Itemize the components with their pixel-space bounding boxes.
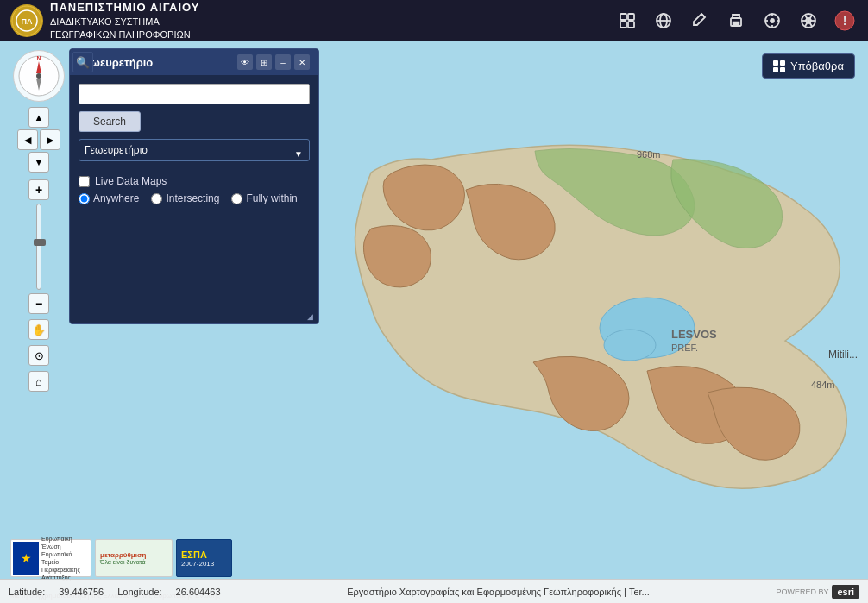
geocoder-panel: Γεωευρετήριο 👁 ⊞ – ✕ Search Γεωευρετήριο… [69,48,319,324]
geocoder-body: Search Γεωευρετήριο Live Data Maps Anywh… [70,75,318,323]
fully-within-label: Fully within [246,192,297,204]
esri-badge: esri [832,585,859,599]
grid-cell-3 [773,67,778,72]
basemap-button[interactable]: Υπόβαθρα [762,53,855,79]
grid-cell-4 [780,67,785,72]
radio-anywhere: Anywhere [79,192,139,204]
svg-point-2 [604,330,656,361]
nav-left-btn[interactable]: ◀ [17,129,38,150]
svg-text:484m: 484m [811,380,835,390]
zoom-in-btn[interactable]: + [28,179,49,200]
grid-cell-2 [780,60,785,66]
svg-text:N: N [36,55,41,61]
svg-point-40 [36,73,41,79]
geocoder-search-input[interactable] [79,84,310,104]
geocoder-category-dropdown[interactable]: Γεωευρετήριο [79,139,310,161]
geocoder-close-btn[interactable]: ✕ [294,54,310,70]
header-logo: ΠΑ ΠΑΝΕΠΙΣΤΗΜΙΟ ΑΙΓΑΙΟΥ ΔΙΑΔΙΚΤΥΑΚΟ ΣΥΣΤ… [10,0,199,41]
svg-rect-17 [628,22,634,28]
settings-tool-btn[interactable] [796,8,821,34]
intersecting-label: Intersecting [166,192,219,204]
home-tool-btn[interactable]: ⌂ [28,371,49,392]
latitude-value: 39.446756 [59,587,104,597]
fully-within-radio[interactable] [231,193,242,204]
zoom-slider-container: + − [28,179,49,314]
grid-cell-1 [773,60,778,66]
longitude-label: Longitude: [117,587,161,597]
geocoder-radio-row: Anywhere Intersecting Fully within [79,192,310,204]
geocoder-minimize-btn[interactable]: – [275,54,291,70]
coords-display: Latitude: 39.446756 Longitude: 26.604463 [9,587,221,597]
select-tool-btn[interactable]: ⊙ [28,345,49,366]
bottom-logos: ★ Ευρωπαϊκή ΈνωσηΕυρωπαϊκό ΤαμείοΠεριφερ… [10,539,232,577]
geocoder-search-button[interactable]: Search [79,111,141,132]
geocoder-checkboxes: Live Data Maps [79,175,310,187]
header: ΠΑ ΠΑΝΕΠΙΣΤΗΜΙΟ ΑΙΓΑΙΟΥ ΔΙΑΔΙΚΤΥΑΚΟ ΣΥΣΤ… [0,0,868,41]
svg-point-29 [771,19,774,22]
esri-powered-label: POWERED BY [776,587,828,596]
attribution-center: Εργαστήριο Χαρτογραφίας και Εφαρμοσμένης… [221,587,777,597]
zoom-out-btn[interactable]: − [28,293,49,314]
metapt-logo: μεταρρύθμιση Όλα είναι δυνατά [95,539,173,577]
info-tool-btn[interactable]: ! [832,8,858,34]
university-subtitle2: ΓΕΩΓΡΑΦΙΚΩΝ ΠΛΗΡΟΦΟΡΙΩΝ [50,28,199,41]
radio-fully-within: Fully within [231,192,297,204]
svg-text:LESVOS: LESVOS [671,328,717,341]
edit-tool-btn[interactable] [687,8,713,34]
live-data-maps-row: Live Data Maps [79,175,310,187]
layers-tool-btn[interactable] [614,8,640,34]
metapt-subtext: Όλα είναι δυνατά [100,559,167,565]
geocoder-header-icons: 👁 ⊞ – ✕ [237,54,310,70]
geocoder-header[interactable]: Γεωευρετήριο 👁 ⊞ – ✕ [70,49,318,75]
pan-tool-btn[interactable]: ✋ [28,319,49,340]
svg-text:!: ! [843,14,847,28]
svg-text:ΠΑ: ΠΑ [22,17,33,26]
header-tools: ! [614,8,858,34]
svg-text:968m: 968m [637,149,661,160]
live-data-maps-checkbox[interactable] [79,176,90,187]
university-subtitle1: ΔΙΑΔΙΚΤΥΑΚΟ ΣΥΣΤΗΜΑ [50,16,199,28]
header-title: ΠΑΝΕΠΙΣΤΗΜΙΟ ΑΙΓΑΙΟΥ ΔΙΑΔΙΚΤΥΑΚΟ ΣΥΣΤΗΜΑ… [50,0,199,41]
university-logo: ΠΑ [10,4,43,37]
zoom-slider-track[interactable] [36,204,41,290]
nav-up-btn[interactable]: ▲ [28,107,49,128]
geocoder-results [79,211,310,315]
nav-lr-row: ◀ ▶ [17,129,60,150]
measure-tool-btn[interactable] [759,8,785,34]
basemap-label: Υπόβαθρα [790,60,844,72]
nav-right-btn[interactable]: ▶ [40,129,60,150]
svg-rect-15 [628,14,634,20]
svg-text:Mitili...: Mitili... [828,349,858,361]
compass-btn[interactable]: N [13,50,65,102]
latitude-label: Latitude: [9,587,45,597]
bottom-bar: Latitude: 39.446756 Longitude: 26.604463… [0,579,868,603]
geocoder-search-icon[interactable]: 🔍 [72,52,93,72]
anywhere-label: Anywhere [93,192,139,204]
nav-down-row: ▼ [28,152,49,173]
anywhere-radio[interactable] [79,193,90,204]
nav-down-btn[interactable]: ▼ [28,152,49,173]
svg-line-21 [701,14,705,17]
eu-flag: ★ [13,542,39,575]
zoom-slider-thumb[interactable] [34,239,46,246]
print-tool-btn[interactable] [723,8,749,34]
esri-logo: POWERED BY esri [776,585,859,599]
nav-controls: N ▲ ◀ ▶ ▼ + − ✋ ⊙ ⌂ [13,50,65,392]
svg-rect-23 [733,22,739,25]
svg-text:PREF.: PREF. [671,342,698,353]
nav-up-row: ▲ [28,107,49,128]
radio-intersecting: Intersecting [151,192,219,204]
globe-tool-btn[interactable] [651,8,676,34]
university-name: ΠΑΝΕΠΙΣΤΗΜΙΟ ΑΙΓΑΙΟΥ [50,0,199,16]
geocoder-grid-btn[interactable]: ⊞ [256,54,272,70]
espa-title: ΕΣΠΑ [181,550,227,560]
intersecting-radio[interactable] [151,193,162,204]
eu-text: Ευρωπαϊκή ΈνωσηΕυρωπαϊκό ΤαμείοΠεριφερει… [41,535,89,582]
longitude-value: 26.604463 [176,587,221,597]
live-data-maps-label: Live Data Maps [95,175,167,187]
espa-years: 2007-2013 [181,560,227,568]
svg-rect-14 [620,14,626,20]
eu-logo-block: ★ Ευρωπαϊκή ΈνωσηΕυρωπαϊκό ΤαμείοΠεριφερ… [10,539,91,577]
geocoder-eye-btn[interactable]: 👁 [237,54,253,70]
geocoder-resize-handle[interactable]: ◢ [307,312,316,321]
